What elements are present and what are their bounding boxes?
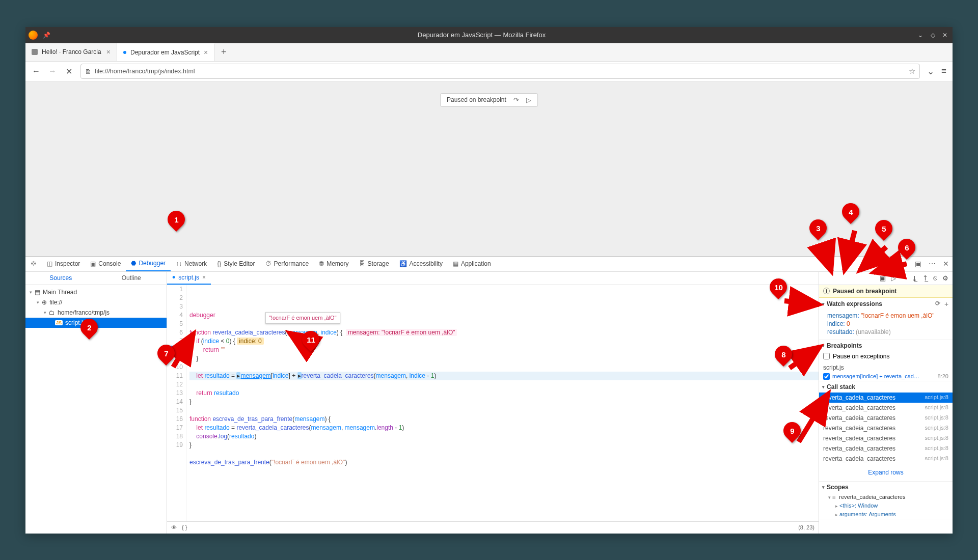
resume-button[interactable]: ▷: [891, 274, 896, 282]
tab-network[interactable]: ↑↓Network: [171, 257, 212, 271]
tab-bar: Hello! · Franco Garcia × Depurador em Ja…: [25, 43, 953, 62]
cursor-position: (8, 23): [798, 524, 814, 530]
code-area[interactable]: 12345678910111213141516171819 debuggerfu…: [167, 285, 819, 521]
settings-icon[interactable]: ⚙: [942, 274, 948, 282]
tree-folder[interactable]: ▾🗀home/franco/tmp/js: [25, 307, 167, 318]
sources-tab[interactable]: Sources: [25, 272, 96, 285]
deactivate-bp-icon[interactable]: ⦸: [933, 274, 937, 282]
stack-frame[interactable]: reverta_cadeia_caracteresscript.js:8: [819, 454, 953, 464]
tab-storage[interactable]: 🗄Storage: [354, 257, 394, 271]
scopes-header[interactable]: ▾Scopes: [819, 482, 953, 493]
close-editor-tab-icon[interactable]: ×: [202, 274, 206, 281]
pause-exceptions-checkbox[interactable]: [823, 353, 830, 359]
tab-application[interactable]: ▦Application: [448, 257, 496, 271]
toggle-sources-icon[interactable]: ▣: [880, 274, 886, 282]
bookmark-icon[interactable]: ☆: [909, 67, 915, 76]
watch-section: ▾Watch expressions⟳＋ mensagem: "!ocnarF …: [819, 298, 953, 340]
app-window: 📌 Depurador em JavaScript — Mozilla Fire…: [25, 27, 953, 534]
code-editor: •script.js× 1234567891011121314151617181…: [167, 272, 819, 534]
bp-checkbox[interactable]: [823, 373, 830, 380]
step-in-button[interactable]: ↓̲: [912, 274, 917, 282]
breakpoints-header[interactable]: ▾Breakpoints: [819, 340, 953, 351]
back-button[interactable]: ←: [32, 67, 41, 76]
url-bar: ← → ✕ 🗎 file:///home/franco/tmp/js/index…: [25, 62, 953, 82]
titlebar: 📌 Depurador em JavaScript — Mozilla Fire…: [25, 27, 953, 43]
watch-header[interactable]: ▾Watch expressions⟳＋: [819, 298, 953, 311]
resume-icon[interactable]: ▷: [526, 96, 531, 104]
tab-performance[interactable]: ⏱Performance: [260, 257, 314, 271]
devtools-close-icon[interactable]: ✕: [939, 260, 953, 268]
tree-thread[interactable]: ▾▤Main Thread: [25, 287, 167, 297]
favicon-icon: [32, 49, 38, 55]
outline-tab[interactable]: Outline: [96, 272, 167, 285]
firefox-logo-icon: [29, 31, 38, 40]
devtools-menu-icon[interactable]: ⋯: [925, 260, 939, 268]
close-icon[interactable]: ✕: [940, 31, 949, 40]
step-out-button[interactable]: ↑̲: [922, 274, 928, 282]
stack-frame[interactable]: reverta_cadeia_caracteresscript.js:8: [819, 413, 953, 423]
tab-style[interactable]: {}Style Editor: [212, 257, 260, 271]
url-text: file:///home/franco/tmp/js/index.html: [95, 68, 195, 75]
info-icon: i: [823, 288, 830, 294]
tab-inspector[interactable]: ◫Inspector: [42, 257, 85, 271]
scope-fn[interactable]: ▾≡ reverta_cadeia_caracteres: [819, 493, 953, 501]
expand-rows-button[interactable]: Expand rows: [821, 466, 950, 479]
sources-panel: Sources Outline ▾▤Main Thread ▾⊕file:// …: [25, 272, 167, 534]
watch-toggle-icon[interactable]: 👁: [171, 524, 177, 530]
editor-tab[interactable]: •script.js×: [167, 272, 211, 285]
breakpoints-section: ▾Breakpoints Pause on exceptions script.…: [819, 340, 953, 381]
debugger-side-panel: ▣ ▷ ↷ ↓̲ ↑̲ ⦸ ⚙ i Paused on breakpoint ▾…: [819, 272, 953, 534]
pin-icon[interactable]: 📌: [43, 32, 50, 39]
devtools-tabs: ⯐ ◫Inspector ▣Console ⬣Debugger ↑↓Networ…: [25, 257, 953, 272]
browser-tab[interactable]: Hello! · Franco Garcia ×: [25, 43, 117, 61]
tree-file-selected[interactable]: JSscript.js: [25, 318, 167, 328]
responsive-icon[interactable]: ▣: [911, 260, 925, 268]
prettify-icon[interactable]: { }: [182, 524, 187, 530]
tab-title: Depurador em JavaScript: [130, 49, 200, 56]
tab-console[interactable]: ▣Console: [85, 257, 126, 271]
tab-title: Hello! · Franco Garcia: [42, 48, 101, 55]
step-over-icon[interactable]: ↷: [513, 96, 519, 104]
scope-args[interactable]: ▸arguments: Arguments: [819, 510, 953, 519]
new-tab-button[interactable]: +: [214, 43, 233, 61]
file-icon: 🗎: [85, 68, 92, 75]
scopes-section: ▾Scopes ▾≡ reverta_cadeia_caracteres ▸<t…: [819, 482, 953, 519]
stack-frame[interactable]: reverta_cadeia_caracteresscript.js:8: [819, 433, 953, 443]
callstack-section: ▾Call stack reverta_cadeia_caracteresscr…: [819, 381, 953, 482]
tab-debugger[interactable]: ⬣Debugger: [126, 257, 171, 271]
source-tree: ▾▤Main Thread ▾⊕file:// ▾🗀home/franco/tm…: [25, 285, 167, 534]
tree-origin[interactable]: ▾⊕file://: [25, 297, 167, 307]
loading-dot-icon: [123, 51, 126, 54]
tab-memory[interactable]: ⛃Memory: [314, 257, 354, 271]
add-watch-icon[interactable]: ＋: [943, 300, 949, 309]
devtools: ⯐ ◫Inspector ▣Console ⬣Debugger ↑↓Networ…: [25, 256, 953, 534]
pocket-icon[interactable]: ⌄: [927, 66, 934, 77]
paused-overlay: Paused on breakpoint ↷ ▷: [440, 93, 538, 107]
close-tab-icon[interactable]: ×: [106, 48, 111, 56]
maximize-icon[interactable]: ◇: [928, 31, 937, 40]
editor-footer: 👁 { } (8, 23): [167, 521, 819, 534]
stop-button[interactable]: ✕: [64, 67, 73, 76]
forward-button: →: [48, 67, 57, 76]
stack-frame[interactable]: reverta_cadeia_caracteresscript.js:8: [819, 423, 953, 433]
step-over-button[interactable]: ↷: [901, 274, 907, 282]
tab-accessibility[interactable]: ♿Accessibility: [394, 257, 448, 271]
refresh-watch-icon[interactable]: ⟳: [935, 300, 940, 309]
paused-status: i Paused on breakpoint: [819, 285, 953, 298]
breakpoint-item[interactable]: mensagem[indice] + reverta_cad… 8:20: [819, 372, 953, 381]
callstack-header[interactable]: ▾Call stack: [819, 381, 953, 393]
close-tab-icon[interactable]: ×: [204, 48, 208, 57]
stack-frame[interactable]: reverta_cadeia_caracteresscript.js:8: [819, 403, 953, 413]
stack-frame[interactable]: reverta_cadeia_caracteresscript.js:8: [819, 443, 953, 454]
value-tooltip: "!ocnarF é emon uem ,àlO": [265, 312, 340, 324]
scope-this[interactable]: ▸<this>: Window: [819, 501, 953, 510]
stack-frame[interactable]: reverta_cadeia_caracteresscript.js:8: [819, 393, 953, 403]
address-input[interactable]: 🗎 file:///home/franco/tmp/js/index.html …: [80, 64, 920, 79]
hamburger-icon[interactable]: ≡: [941, 66, 946, 76]
debugger-controls: ▣ ▷ ↷ ↓̲ ↑̲ ⦸ ⚙: [819, 272, 953, 285]
page-content: Paused on breakpoint ↷ ▷ ⯐ ◫Inspector ▣C…: [25, 82, 953, 534]
browser-tab-active[interactable]: Depurador em JavaScript ×: [117, 43, 214, 61]
window-title: Depurador em JavaScript — Mozilla Firefo…: [50, 31, 913, 39]
minimize-icon[interactable]: ⌄: [916, 31, 925, 40]
pick-element-button[interactable]: ⯐: [25, 257, 42, 271]
